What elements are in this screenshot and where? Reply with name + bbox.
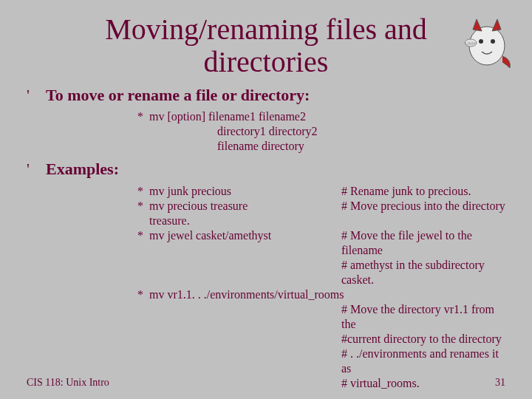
bullet-icon: ' xyxy=(27,86,46,105)
slide-footer: CIS 118: Unix Intro 31 xyxy=(27,377,505,389)
star-icon: * xyxy=(137,199,149,214)
slide: UNIX Moving/renaming files and directori… xyxy=(0,0,532,399)
syntax-block: * mv [option] filename1 filename2 direct… xyxy=(137,109,505,154)
bullet-2-text: Examples: xyxy=(46,160,119,179)
star-icon: * xyxy=(137,109,149,124)
example-row: * mv junk precious # Rename junk to prec… xyxy=(137,184,505,199)
star-icon: * xyxy=(137,184,149,199)
syntax-line: filename directory xyxy=(149,139,409,154)
svg-point-1 xyxy=(479,39,483,44)
example-row: treasure. xyxy=(137,214,505,228)
bullet-2: ' Examples: xyxy=(27,160,505,179)
example-comment: # Move precious into the directory xyxy=(341,199,505,214)
example-command: treasure. xyxy=(149,214,341,228)
example-row: * mv vr1.1. . ./environments/virtual_roo… xyxy=(137,287,505,302)
examples-block: * mv junk precious # Rename junk to prec… xyxy=(137,184,505,391)
svg-text:UNIX: UNIX xyxy=(466,41,476,46)
example-command: mv jewel casket/amethyst xyxy=(149,228,341,243)
syntax-line: directory1 directory2 xyxy=(149,124,409,139)
example-comment: # Move the directory vr1.1 from the xyxy=(137,302,505,332)
example-command: mv precious treasure xyxy=(149,199,341,214)
example-comment: # amethyst in the subdirectory casket. xyxy=(137,258,505,287)
bullet-1-text: To move or rename a file or directory: xyxy=(46,86,310,105)
star-icon: * xyxy=(137,228,149,243)
bsd-daemon-icon: UNIX xyxy=(458,13,516,72)
example-command: mv vr1.1. . ./environments/virtual_rooms xyxy=(149,287,344,302)
bullet-icon: ' xyxy=(27,160,46,179)
syntax-line: mv [option] filename1 filename2 xyxy=(149,109,341,124)
example-command: mv junk precious xyxy=(149,184,341,199)
footer-course: CIS 118: Unix Intro xyxy=(27,377,109,389)
example-comment: # . ./environments and renames it as xyxy=(137,347,505,376)
slide-title: Moving/renaming files and directories xyxy=(64,13,468,78)
example-comment: #current directory to the directory xyxy=(137,332,505,347)
star-icon: * xyxy=(137,287,149,302)
footer-page-number: 31 xyxy=(495,377,505,389)
svg-point-2 xyxy=(491,39,495,44)
bullet-1: ' To move or rename a file or directory: xyxy=(27,86,505,105)
example-comment: # Move the file jewel to the filename xyxy=(341,228,505,258)
example-comment: # Rename junk to precious. xyxy=(341,184,505,199)
example-row: * mv precious treasure # Move precious i… xyxy=(137,199,505,214)
example-row: * mv jewel casket/amethyst # Move the fi… xyxy=(137,228,505,258)
